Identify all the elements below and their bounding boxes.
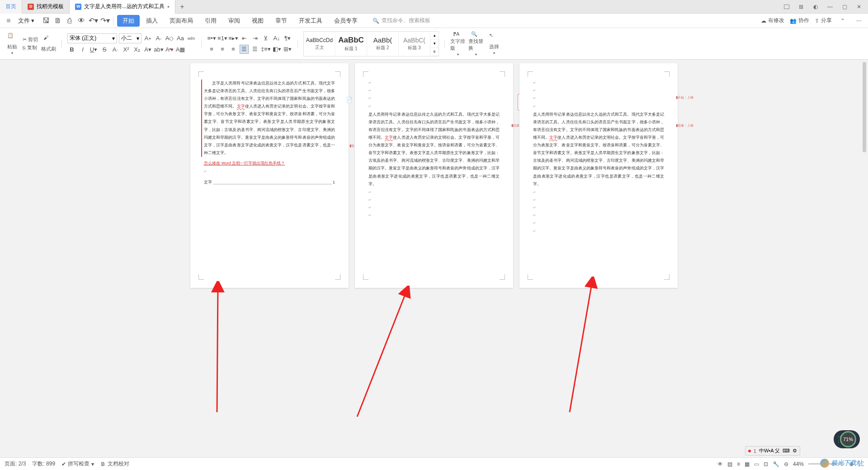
align-justify-button[interactable]: ☰ <box>240 45 249 54</box>
content-check[interactable]: 🗎文档校对 <box>100 460 129 468</box>
vertical-scrollbar[interactable] <box>862 60 867 457</box>
shrink-font-button[interactable]: A- <box>154 34 163 43</box>
typeset-button[interactable]: ⁋A文字排版▾ <box>450 33 466 55</box>
word-count[interactable]: 字数: 899 <box>32 460 55 468</box>
align-center-button[interactable]: ≡ <box>218 45 227 54</box>
borders-button[interactable]: ⊞▾ <box>283 45 292 54</box>
phonetic-button[interactable]: wén <box>187 34 196 43</box>
layout-icon[interactable] <box>781 1 792 12</box>
style-heading2[interactable]: AaBb(标题 2 <box>367 32 399 56</box>
spellcheck-toggle[interactable]: ✔拼写检查▾ <box>61 460 94 468</box>
find-replace-button[interactable]: 🔍查找替换▾ <box>468 33 484 55</box>
redo-button[interactable]: ↷▾ <box>100 16 109 25</box>
page-3[interactable]: ↵↵↵↵ 是人类用符号记录表达信息以传之久远的方式和工具。现代文字大多是记录语言… <box>519 63 678 288</box>
sort-button[interactable]: A↓ <box>272 34 281 43</box>
format-painter-button[interactable]: 🖌 格式刷 <box>41 33 56 55</box>
file-menu[interactable]: 文件▾ <box>14 17 38 25</box>
char-shading-button[interactable]: A▦ <box>176 45 185 54</box>
line-spacing-button[interactable]: ‡≡▾ <box>261 45 270 54</box>
save-button[interactable]: 🖫 <box>42 16 51 25</box>
view-read-icon[interactable]: ▭ <box>754 461 759 467</box>
ribbon-tab-start[interactable]: 开始 <box>117 15 140 27</box>
undo-button[interactable]: ↶▾ <box>89 16 98 25</box>
comment-marker-3a[interactable]: ▮开始：上移 <box>676 94 693 101</box>
new-tab-button[interactable]: + <box>175 3 189 11</box>
tab-home[interactable]: 首页 <box>0 0 22 14</box>
usage-circle[interactable]: 71% <box>840 431 856 447</box>
showmarks-button[interactable]: ¶▾ <box>283 34 292 43</box>
align-distribute-button[interactable]: ☰ <box>250 45 259 54</box>
font-name-combo[interactable]: 宋体 (正文)▾ <box>67 33 117 43</box>
bold-button[interactable]: B <box>67 45 76 54</box>
style-heading3[interactable]: AaBbC(标题 3 <box>399 32 430 56</box>
share-button[interactable]: ⇪分享 <box>815 17 832 24</box>
highlight-button[interactable]: ab▾ <box>154 45 163 54</box>
collapse-ribbon-button[interactable]: ⌃ <box>837 15 848 26</box>
page1-link[interactable]: 怎么修改 Word 文档一打字就出现红色手线？ <box>204 161 285 165</box>
ribbon-tab-references[interactable]: 引用 <box>199 15 222 27</box>
preview-button[interactable]: 👁 <box>77 16 86 25</box>
skin-icon[interactable]: ◐ <box>810 1 821 12</box>
minimize-button[interactable]: — <box>825 1 835 12</box>
text-effect-button[interactable]: A▾ <box>143 45 152 54</box>
font-color-button[interactable]: A▾ <box>165 45 174 54</box>
strike-button[interactable]: S <box>100 45 109 54</box>
ribbon-tab-review[interactable]: 审阅 <box>223 15 245 27</box>
grow-font-button[interactable]: A+ <box>143 34 152 43</box>
select-button[interactable]: ↖选择▾ <box>486 33 502 55</box>
ribbon-tab-layout[interactable]: 页面布局 <box>164 15 198 27</box>
ribbon-tab-insert[interactable]: 插入 <box>141 15 163 27</box>
align-right-button[interactable]: ≡ <box>229 45 238 54</box>
eye-mode-icon[interactable]: 👁 <box>717 461 723 467</box>
changes-status[interactable]: ☁有修改 <box>761 17 784 24</box>
underline-button[interactable]: U▾ <box>89 45 98 54</box>
ribbon-tab-member[interactable]: 会员专享 <box>329 15 363 27</box>
style-heading1[interactable]: AaBbC标题 1 <box>335 32 367 56</box>
tab-document[interactable]: 文字是人类用符...远的方式和工具 • <box>70 0 175 14</box>
coop-button[interactable]: 👥协作 <box>790 17 809 24</box>
ribbon-tab-chapter[interactable]: 章节 <box>270 15 292 27</box>
view-web-icon[interactable]: ▦ <box>745 461 750 467</box>
tab-button[interactable]: ⊻ <box>261 34 270 43</box>
saveas-button[interactable]: 🗎 <box>53 16 62 25</box>
italic-button[interactable]: I <box>78 45 87 54</box>
zoom-value[interactable]: 44% <box>793 461 804 467</box>
style-scroll[interactable]: ▴▾≡ <box>430 32 439 56</box>
copy-button[interactable]: ⎘复制 <box>23 44 38 51</box>
comment-marker-3b[interactable]: ▮结束：上移 <box>676 122 693 129</box>
subscript-button[interactable]: X₂ <box>132 45 142 54</box>
numbering-button[interactable]: ≡1▾ <box>218 34 227 43</box>
bullets-button[interactable]: ≡•▾ <box>207 34 216 43</box>
emphasis-button[interactable]: A· <box>111 45 120 54</box>
shading-button[interactable]: ◧▾ <box>272 45 281 54</box>
network-widget[interactable]: ↑ 0K/s ↓ 1.2K/s 71% <box>834 430 860 448</box>
hamburger-icon[interactable]: ≡ <box>4 16 14 26</box>
more-icon[interactable]: ⋯ <box>854 15 864 26</box>
ime-bar[interactable]: 1 中W•A 父 ⌨ ⚙ <box>745 446 800 456</box>
page-2[interactable]: 📄 ↵↵↵↵ 是人类用符号记录表达信息以传之久远的方式和工具。现代文字大多是记录… <box>355 63 513 288</box>
maximize-button[interactable]: ▢ <box>839 1 850 12</box>
font-size-combo[interactable]: 小二▾ <box>119 33 142 43</box>
change-case-button[interactable]: Aa <box>176 34 185 43</box>
indent-button[interactable]: ⇥ <box>250 34 259 43</box>
style-normal[interactable]: AaBbCcDd正文 <box>304 32 335 56</box>
zoom-out-button[interactable]: ⊖ <box>784 461 788 467</box>
tab-templates[interactable]: 找稻壳模板 <box>22 0 70 14</box>
outdent-button[interactable]: ⇤ <box>240 34 249 43</box>
paste-button[interactable]: 📋 粘贴▾ <box>5 33 20 55</box>
clear-format-button[interactable]: A◇ <box>165 34 174 43</box>
ruler-icon[interactable]: 🔧 <box>773 461 779 467</box>
close-button[interactable]: ✕ <box>854 1 864 12</box>
cut-button[interactable]: ✂剪切 <box>23 36 38 43</box>
command-search[interactable]: 🔍 查找命令、搜索模板 <box>368 15 434 26</box>
view-outline-icon[interactable]: ≡ <box>737 461 740 467</box>
ribbon-tab-devtools[interactable]: 开发工具 <box>293 15 328 27</box>
print-button[interactable]: ⎙ <box>65 16 74 25</box>
page-count[interactable]: 页面: 2/3 <box>5 460 26 468</box>
superscript-button[interactable]: X² <box>122 45 131 54</box>
page-1[interactable]: 文字是人类用符号记录表达信息以传之久远的方式和工具。现代文字大多是记录语言的工具… <box>190 63 349 288</box>
align-left-button[interactable]: ≡ <box>207 45 216 54</box>
document-area[interactable]: 文字是人类用符号记录表达信息以传之久远的方式和工具。现代文字大多是记录语言的工具… <box>0 60 868 457</box>
view-focus-icon[interactable]: ⊡ <box>764 461 768 467</box>
view-print-icon[interactable]: ▤ <box>727 461 732 467</box>
